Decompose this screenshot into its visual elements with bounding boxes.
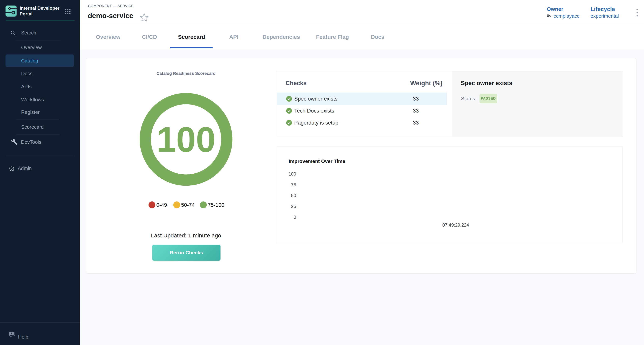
- svg-text:?: ?: [10, 332, 12, 335]
- svg-text:100: 100: [156, 120, 216, 159]
